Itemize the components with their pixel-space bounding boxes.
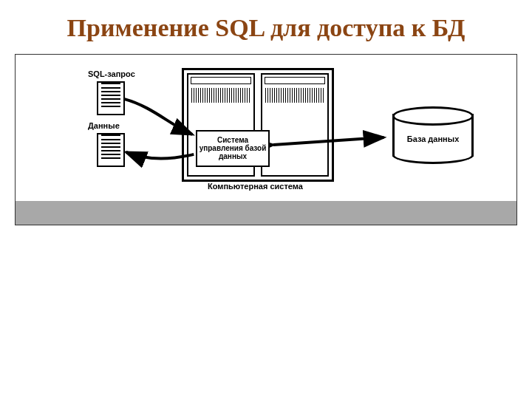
sql-query-icon xyxy=(97,81,125,115)
diagram-frame: SQL-запрос Данные Система управления баз… xyxy=(15,54,517,225)
footer-bar xyxy=(16,201,516,225)
data-label: Данные xyxy=(88,121,120,130)
diagram-canvas: SQL-запрос Данные Система управления баз… xyxy=(16,55,516,201)
sql-query-label: SQL-запрос xyxy=(88,69,135,78)
page-title: Применение SQL для доступа к БД xyxy=(0,0,532,51)
database-icon: База данных xyxy=(392,106,474,164)
dbms-label: Система управления базой данных xyxy=(197,136,268,160)
computer-system-label: Компьютерная система xyxy=(208,182,303,191)
dbms-box: Система управления базой данных xyxy=(196,130,270,167)
data-result-icon xyxy=(97,133,125,167)
database-label: База данных xyxy=(392,134,474,143)
